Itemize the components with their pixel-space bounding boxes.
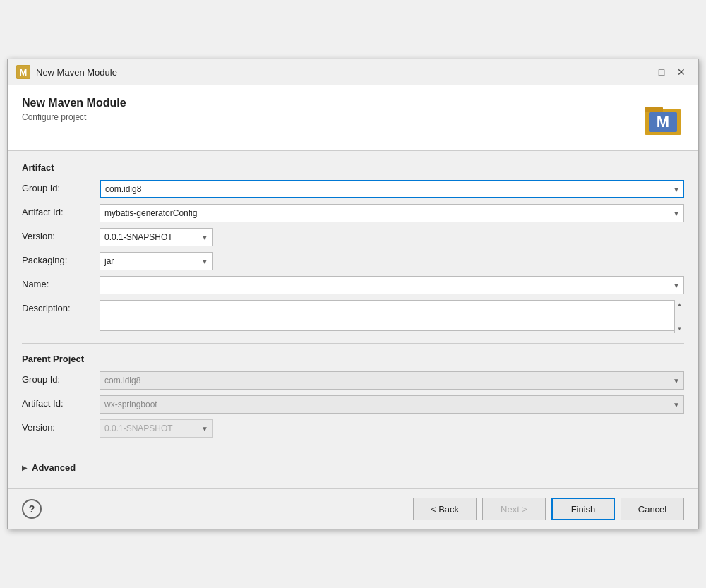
- advanced-expand-icon: ▶: [22, 464, 28, 472]
- scroll-up-icon: ▲: [677, 301, 683, 308]
- group-id-row: Group Id: ▼: [22, 180, 684, 198]
- dialog-title: New Maven Module: [22, 97, 126, 109]
- advanced-divider: [22, 448, 684, 448]
- description-label: Description:: [22, 300, 100, 313]
- parent-artifact-id-label: Artifact Id:: [22, 395, 100, 409]
- dialog-footer: ? < Back Next > Finish Cancel: [8, 488, 698, 529]
- help-button[interactable]: ?: [22, 499, 42, 519]
- title-bar-controls: — □ ✕: [633, 65, 690, 79]
- artifact-id-row: Artifact Id: ▼: [22, 204, 684, 222]
- packaging-label: Packaging:: [22, 252, 100, 265]
- app-icon: M: [16, 65, 30, 79]
- artifact-id-control: ▼: [100, 204, 684, 222]
- title-bar: M New Maven Module — □ ✕: [8, 59, 698, 85]
- title-bar-text: New Maven Module: [36, 67, 628, 78]
- packaging-select[interactable]: jar war pom: [100, 252, 213, 270]
- parent-group-id-control: ▼: [100, 371, 684, 390]
- advanced-section[interactable]: ▶ Advanced: [22, 458, 684, 477]
- version-control: 0.0.1-SNAPSHOT ▼: [100, 228, 684, 246]
- parent-group-id-input[interactable]: [100, 371, 684, 390]
- minimize-button[interactable]: —: [633, 65, 650, 79]
- parent-artifact-id-input[interactable]: [100, 395, 684, 414]
- parent-artifact-id-control: ▼: [100, 395, 684, 414]
- name-input[interactable]: [100, 276, 684, 294]
- parent-artifact-id-select-wrapper: ▼: [100, 395, 684, 414]
- version-select[interactable]: 0.0.1-SNAPSHOT: [100, 228, 213, 246]
- parent-version-row: Version: 0.0.1-SNAPSHOT ▼: [22, 419, 684, 438]
- cancel-button[interactable]: Cancel: [621, 498, 684, 520]
- svg-text:M: M: [20, 67, 28, 78]
- section-divider: [22, 343, 684, 344]
- name-select-wrapper: ▼: [100, 276, 684, 294]
- footer-left: ?: [22, 499, 42, 519]
- artifact-id-input[interactable]: [100, 204, 684, 222]
- parent-group-id-label: Group Id:: [22, 371, 100, 385]
- description-scrollbar: ▲ ▼: [674, 300, 684, 333]
- maven-icon-container: M: [642, 97, 684, 139]
- header-section: New Maven Module Configure project M: [8, 85, 698, 151]
- artifact-section-title: Artifact: [22, 162, 684, 173]
- back-button[interactable]: < Back: [413, 498, 477, 520]
- parent-group-id-row: Group Id: ▼: [22, 371, 684, 390]
- description-control: ▲ ▼: [100, 300, 684, 333]
- close-button[interactable]: ✕: [673, 65, 690, 79]
- group-id-label: Group Id:: [22, 180, 100, 193]
- packaging-control: jar war pom ▼: [100, 252, 684, 270]
- dialog-window: M New Maven Module — □ ✕ New Maven Modul…: [7, 59, 699, 529]
- parent-version-select[interactable]: 0.0.1-SNAPSHOT: [100, 419, 213, 438]
- maximize-button[interactable]: □: [653, 65, 670, 79]
- parent-project-section-title: Parent Project: [22, 354, 684, 364]
- parent-artifact-id-row: Artifact Id: ▼: [22, 395, 684, 414]
- finish-button[interactable]: Finish: [551, 498, 615, 520]
- parent-group-id-select-wrapper: ▼: [100, 371, 684, 390]
- description-input[interactable]: [100, 300, 684, 331]
- maven-logo-icon: M: [642, 97, 684, 139]
- name-label: Name:: [22, 276, 100, 289]
- version-label: Version:: [22, 228, 100, 241]
- svg-rect-4: [645, 107, 663, 112]
- description-textarea-wrapper: ▲ ▼: [100, 300, 684, 333]
- name-control: ▼: [100, 276, 684, 294]
- group-id-control: ▼: [100, 180, 684, 198]
- header-text: New Maven Module Configure project: [22, 97, 126, 122]
- packaging-row: Packaging: jar war pom ▼: [22, 252, 684, 270]
- version-row: Version: 0.0.1-SNAPSHOT ▼: [22, 228, 684, 246]
- parent-version-control: 0.0.1-SNAPSHOT ▼: [100, 419, 684, 438]
- version-select-wrapper: 0.0.1-SNAPSHOT ▼: [100, 228, 213, 246]
- next-button[interactable]: Next >: [482, 498, 546, 520]
- group-id-select-wrapper: ▼: [100, 180, 684, 198]
- advanced-label: Advanced: [32, 462, 76, 473]
- form-content: Artifact Group Id: ▼ Artifact Id: ▼: [8, 151, 698, 488]
- svg-text:M: M: [657, 113, 669, 131]
- packaging-select-wrapper: jar war pom ▼: [100, 252, 213, 270]
- name-row: Name: ▼: [22, 276, 684, 294]
- parent-version-label: Version:: [22, 419, 100, 433]
- group-id-input[interactable]: [100, 180, 684, 198]
- scroll-down-icon: ▼: [677, 325, 683, 332]
- artifact-id-select-wrapper: ▼: [100, 204, 684, 222]
- description-row: Description: ▲ ▼: [22, 300, 684, 333]
- parent-version-select-wrapper: 0.0.1-SNAPSHOT ▼: [100, 419, 213, 438]
- dialog-subtitle: Configure project: [22, 112, 126, 122]
- artifact-id-label: Artifact Id:: [22, 204, 100, 217]
- footer-right: < Back Next > Finish Cancel: [413, 498, 684, 520]
